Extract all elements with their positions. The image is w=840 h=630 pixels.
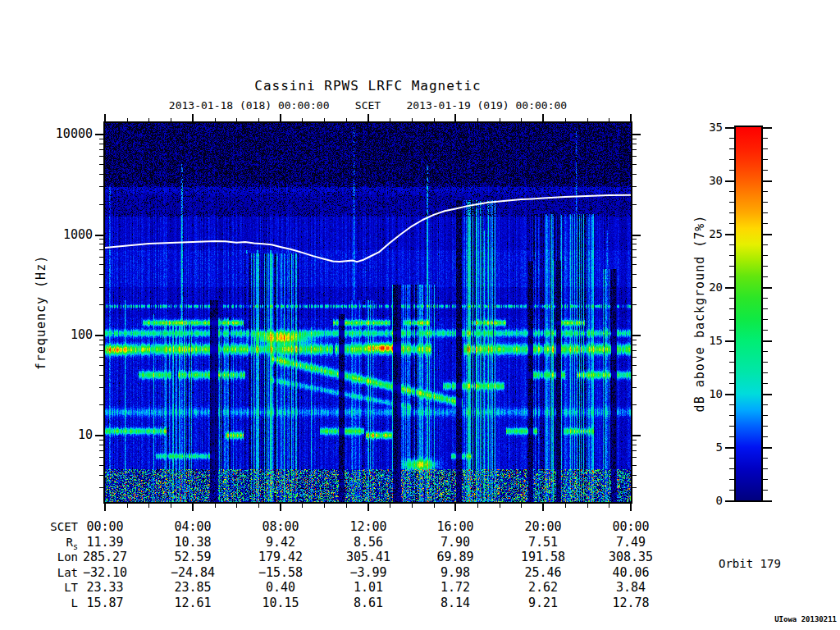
x-axis-tick bbox=[368, 114, 369, 121]
y-axis-minor-tick bbox=[632, 287, 637, 288]
colorbar-tick bbox=[763, 383, 768, 384]
x-axis-tick bbox=[258, 504, 259, 508]
x-axis-tick bbox=[500, 504, 500, 508]
x-axis-tick bbox=[542, 114, 544, 121]
x-axis-tick bbox=[127, 504, 128, 508]
y-axis-minor-tick bbox=[632, 164, 637, 165]
colorbar-tick bbox=[763, 308, 768, 309]
y-axis-minor-tick bbox=[632, 465, 637, 466]
y-tick-label: 10000 bbox=[49, 127, 93, 140]
y-axis-minor-tick bbox=[632, 186, 637, 187]
x-axis-tick bbox=[630, 504, 632, 511]
y-axis-minor-tick bbox=[99, 304, 103, 305]
colorbar-tick bbox=[763, 362, 768, 363]
colorbar-tick bbox=[725, 234, 734, 235]
y-axis-minor-tick bbox=[632, 387, 637, 388]
x-axis-tick bbox=[454, 114, 456, 121]
x-axis-tick bbox=[500, 118, 500, 122]
y-axis-minor-tick bbox=[99, 239, 103, 240]
y-tick-label: 100 bbox=[49, 328, 93, 341]
ephemeris-value: −24.84 bbox=[156, 566, 230, 579]
colorbar-tick bbox=[763, 468, 768, 469]
y-axis-minor-tick bbox=[99, 244, 103, 244]
x-axis-tick bbox=[412, 504, 413, 508]
y-axis-minor-tick bbox=[99, 365, 103, 366]
x-axis-tick bbox=[565, 118, 566, 122]
y-axis-tick bbox=[95, 435, 103, 436]
y-axis-minor-tick bbox=[99, 186, 103, 187]
x-axis-tick bbox=[346, 118, 347, 122]
x-axis-tick bbox=[346, 504, 347, 508]
colorbar-tick bbox=[763, 287, 772, 289]
y-axis-minor-tick bbox=[99, 257, 103, 258]
y-axis-minor-tick bbox=[99, 249, 103, 250]
y-axis-minor-tick bbox=[99, 445, 103, 445]
colorbar-tick-label: 20 bbox=[696, 281, 723, 294]
ephemeris-value: −15.58 bbox=[244, 566, 317, 579]
y-axis-minor-tick bbox=[632, 139, 637, 139]
y-axis-minor-tick bbox=[632, 249, 637, 250]
y-axis-minor-tick bbox=[632, 350, 637, 351]
colorbar-label: dB above background (7%) bbox=[692, 215, 707, 413]
x-axis-tick bbox=[324, 504, 325, 508]
ephemeris-value: 1.01 bbox=[331, 581, 405, 594]
ephemeris-value: 12.78 bbox=[594, 596, 668, 609]
ephemeris-value: 15.87 bbox=[68, 596, 142, 609]
y-axis-minor-tick bbox=[99, 375, 103, 376]
colorbar-tick bbox=[725, 447, 734, 449]
colorbar-tick bbox=[763, 180, 772, 182]
y-axis-minor-tick bbox=[632, 450, 637, 451]
x-axis-tick bbox=[434, 118, 435, 122]
colorbar-tick bbox=[763, 148, 768, 149]
colorbar-tick-label: 5 bbox=[696, 441, 723, 454]
y-axis-minor-tick bbox=[632, 375, 637, 376]
y-axis-minor-tick bbox=[99, 487, 103, 488]
y-axis-minor-tick bbox=[99, 174, 103, 175]
ephemeris-value: 191.58 bbox=[506, 550, 580, 564]
colorbar-tick bbox=[763, 500, 772, 502]
y-axis-minor-tick bbox=[632, 244, 637, 244]
ephemeris-value: 7.51 bbox=[506, 536, 580, 549]
colorbar-tick bbox=[763, 447, 772, 449]
colorbar-tick bbox=[763, 127, 772, 129]
y-axis-minor-tick bbox=[99, 387, 103, 388]
x-axis-tick bbox=[521, 118, 522, 122]
ephemeris-value: 11.39 bbox=[68, 536, 142, 549]
colorbar-tick bbox=[763, 404, 768, 405]
x-axis-tick bbox=[390, 504, 390, 508]
colorbar-tick bbox=[763, 351, 768, 352]
x-axis-tick bbox=[542, 504, 544, 511]
y-axis-minor-tick bbox=[632, 304, 637, 305]
y-axis-minor-tick bbox=[632, 345, 637, 345]
plot-frame bbox=[103, 121, 632, 504]
colorbar-tick bbox=[725, 340, 734, 342]
y-axis-minor-tick bbox=[99, 357, 103, 358]
y-axis-minor-tick bbox=[632, 440, 637, 441]
colorbar-tick bbox=[763, 319, 768, 320]
x-axis-tick bbox=[192, 504, 194, 511]
ephemeris-value: 179.42 bbox=[244, 550, 317, 564]
ephemeris-value: 69.89 bbox=[418, 550, 492, 564]
y-axis-minor-tick bbox=[99, 164, 103, 165]
y-axis-minor-tick bbox=[632, 365, 637, 366]
ephemeris-value: 0.40 bbox=[244, 581, 317, 594]
y-axis-tick bbox=[95, 134, 103, 135]
y-axis-minor-tick bbox=[99, 350, 103, 351]
ephemeris-value: 7.90 bbox=[418, 536, 492, 549]
x-axis-tick bbox=[412, 118, 413, 122]
colorbar-tick-label: 30 bbox=[696, 174, 723, 187]
colorbar-tick bbox=[763, 223, 768, 224]
x-axis-tick bbox=[236, 504, 237, 508]
ephemeris-value: 305.41 bbox=[331, 550, 405, 564]
x-axis-tick bbox=[302, 504, 303, 508]
y-axis-minor-tick bbox=[99, 264, 103, 265]
ephemeris-value: 10.38 bbox=[156, 536, 230, 549]
y-axis-minor-tick bbox=[99, 204, 103, 205]
x-tick-label: 16:00 bbox=[418, 520, 492, 533]
y-axis-minor-tick bbox=[632, 149, 637, 150]
y-axis-minor-tick bbox=[99, 340, 103, 340]
y-axis-minor-tick bbox=[99, 139, 103, 139]
colorbar-tick-label: 10 bbox=[696, 387, 723, 400]
y-tick-label: 10 bbox=[49, 428, 93, 441]
x-axis-tick bbox=[215, 118, 216, 122]
